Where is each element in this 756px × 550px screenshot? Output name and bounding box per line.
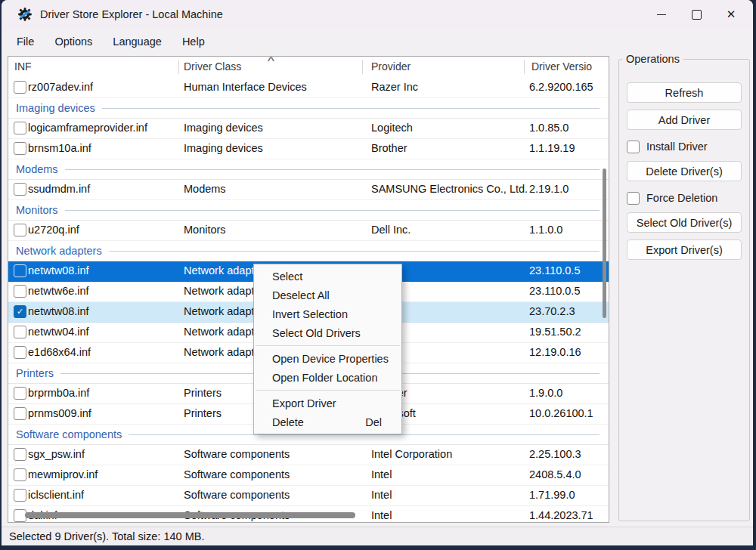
cell-version: 10.0.26100.1: [529, 407, 593, 419]
checkbox-label: Force Deletion: [646, 192, 717, 204]
checkbox-icon[interactable]: [627, 192, 640, 205]
context-menu-item-export-driver[interactable]: Export Driver: [254, 394, 401, 412]
status-bar: Selected 9 Driver(s). Total size: 140 MB…: [2, 527, 753, 545]
table-row[interactable]: ssudmdm.infModemsSAMSUNG Electronics Co.…: [8, 180, 609, 200]
table-row[interactable]: brnsm10a.infImaging devicesBrother1.1.19…: [8, 139, 609, 159]
cell-version: 6.2.9200.165: [529, 81, 593, 93]
checkbox-label: Install Driver: [646, 141, 708, 153]
column-header-driver-versio[interactable]: Driver Versio: [531, 60, 592, 73]
group-label: Software components: [16, 428, 122, 440]
menu-item-file[interactable]: File: [17, 36, 34, 48]
row-checkbox[interactable]: [14, 285, 26, 298]
cell-version: 23.70.2.3: [529, 305, 575, 317]
row-checkbox[interactable]: [14, 183, 26, 196]
row-checkbox[interactable]: [14, 81, 26, 94]
cell-inf: mewmiprov.inf: [28, 468, 98, 480]
cell-version: 1.0.85.0: [529, 122, 569, 134]
row-checkbox[interactable]: [14, 468, 26, 481]
group-line: [102, 108, 600, 109]
group-line: [109, 251, 600, 252]
operations-panel-title: Operations: [622, 53, 683, 65]
table-row[interactable]: iclsclient.infSoftware componentsIntel1.…: [8, 486, 609, 506]
context-menu-item-open-device-properties[interactable]: Open Device Properties: [254, 349, 401, 368]
cell-inf: u2720q.inf: [28, 224, 79, 236]
cell-driver-class: Software components: [184, 468, 290, 480]
menu-separator: [256, 345, 400, 346]
operations-button-export-driver-s[interactable]: Export Driver(s): [627, 239, 742, 260]
row-checkbox[interactable]: [14, 448, 26, 461]
context-menu-item-label: Export Driver: [272, 397, 336, 409]
operations-checkbox-force-deletion[interactable]: Force Deletion: [627, 190, 749, 205]
cell-inf: ssudmdm.inf: [28, 183, 90, 195]
row-checkbox[interactable]: [14, 224, 26, 236]
title-bar: Driver Store Explorer - Local Machine ✕: [2, 0, 753, 29]
cell-version: 1.1.19.19: [529, 142, 575, 154]
group-label: Modems: [16, 163, 58, 175]
context-menu-item-select[interactable]: Select: [254, 267, 401, 286]
table-row[interactable]: mewmiprov.infSoftware componentsIntel240…: [8, 465, 609, 486]
group-row[interactable]: Network adapters: [8, 241, 609, 261]
checkbox-icon[interactable]: [627, 141, 640, 153]
menu-item-language[interactable]: Language: [113, 36, 162, 48]
cell-driver-class: Monitors: [184, 224, 226, 236]
cell-inf: netwtw6e.inf: [28, 285, 89, 297]
cell-driver-class: Imaging devices: [184, 122, 263, 134]
group-row[interactable]: Modems: [8, 159, 609, 180]
group-line: [65, 169, 600, 170]
row-checkbox[interactable]: [14, 264, 26, 277]
maximize-icon[interactable]: [679, 0, 714, 29]
gear-wrench-icon: [17, 7, 33, 22]
row-checkbox[interactable]: [14, 489, 26, 502]
row-checkbox[interactable]: ✓: [14, 305, 26, 318]
table-row[interactable]: u2720q.infMonitorsDell Inc.1.1.0.0: [8, 221, 609, 241]
context-menu-item-open-folder-location[interactable]: Open Folder Location: [254, 368, 401, 387]
context-menu-item-label: Delete: [272, 416, 304, 428]
operations-button-add-driver[interactable]: Add Driver: [627, 110, 742, 130]
row-checkbox[interactable]: [14, 326, 26, 338]
close-icon[interactable]: ✕: [714, 0, 748, 29]
context-menu-item-label: Open Folder Location: [272, 372, 377, 384]
row-checkbox[interactable]: [14, 122, 26, 134]
cell-provider: Razer Inc: [371, 81, 418, 93]
column-header-driver-class[interactable]: Driver Class: [184, 60, 241, 73]
operations-button-refresh[interactable]: Refresh: [627, 82, 742, 103]
cell-version: 1.9.0.0: [529, 387, 562, 399]
operations-button-select-old-driver-s[interactable]: Select Old Driver(s): [627, 212, 742, 233]
context-menu-item-invert-selection[interactable]: Invert Selection: [254, 304, 401, 323]
context-menu-item-delete[interactable]: DeleteDel: [254, 412, 401, 431]
group-row[interactable]: Imaging devices: [8, 98, 609, 119]
cell-provider: Dell Inc.: [371, 224, 411, 236]
table-row[interactable]: rz007adev.infHuman Interface DevicesRaze…: [8, 78, 609, 98]
cell-inf: netwtw08.inf: [28, 264, 89, 277]
cell-inf: sgx_psw.inf: [28, 448, 85, 460]
operations-button-delete-driver-s[interactable]: Delete Driver(s): [627, 161, 742, 181]
menu-item-options[interactable]: Options: [54, 36, 92, 48]
row-checkbox[interactable]: [14, 346, 26, 359]
operations-panel: Operations RefreshAdd DriverInstall Driv…: [618, 53, 750, 521]
minimize-icon[interactable]: [644, 0, 679, 29]
cell-driver-class: Software components: [184, 489, 290, 501]
horizontal-scrollbar[interactable]: [25, 512, 355, 518]
context-menu-item-label: Open Device Properties: [272, 353, 389, 365]
table-row[interactable]: sgx_psw.infSoftware componentsIntel Corp…: [8, 445, 609, 465]
table-header: ^ INFDriver ClassProviderDriver Versio: [8, 57, 609, 79]
operations-controls: RefreshAdd DriverInstall DriverDelete Dr…: [619, 82, 749, 260]
operations-checkbox-install-driver[interactable]: Install Driver: [627, 139, 749, 154]
window-title: Driver Store Explorer - Local Machine: [40, 8, 223, 20]
context-menu-item-label: Deselect All: [272, 289, 330, 301]
row-checkbox[interactable]: [14, 142, 26, 155]
cell-driver-class: Printers: [184, 387, 222, 399]
context-menu-item-select-old-drivers[interactable]: Select Old Drivers: [254, 323, 401, 342]
cell-driver-class: Software components: [184, 448, 290, 460]
column-header-provider[interactable]: Provider: [371, 60, 411, 73]
table-row[interactable]: logicamframeprovider.infImaging devicesL…: [8, 119, 609, 139]
vertical-scrollbar[interactable]: [603, 168, 606, 318]
row-checkbox[interactable]: [14, 407, 26, 420]
group-row[interactable]: Monitors: [8, 200, 609, 221]
context-menu-item-deselect-all[interactable]: Deselect All: [254, 286, 401, 304]
row-checkbox[interactable]: [14, 387, 26, 400]
menu-item-help[interactable]: Help: [182, 36, 205, 48]
column-header-inf[interactable]: INF: [14, 60, 32, 73]
cell-version: 2408.5.4.0: [529, 468, 581, 480]
context-menu-item-label: Select Old Drivers: [272, 327, 361, 339]
